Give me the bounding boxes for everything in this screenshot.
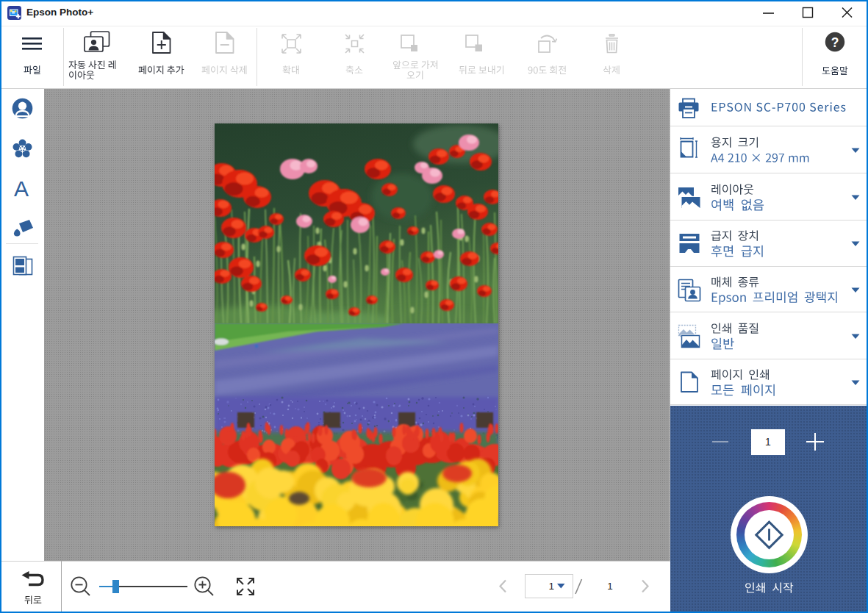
svg-text:?: ? [831, 35, 839, 50]
